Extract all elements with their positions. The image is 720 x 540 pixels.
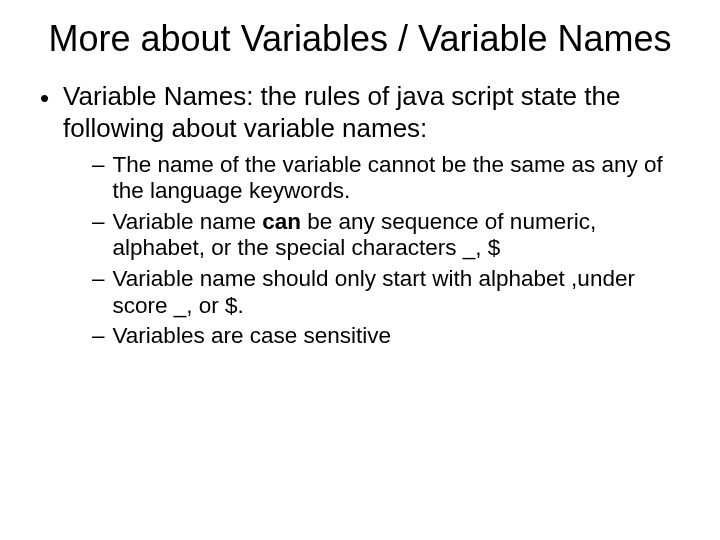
slide: More about Variables / Variable Names • … — [0, 0, 720, 540]
sub-bullet-marker: – — [92, 266, 105, 319]
sub-bullet-item: – Variables are case sensitive — [92, 323, 680, 350]
sub-bullet-text: Variable name should only start with alp… — [113, 266, 680, 319]
sub-bullet-marker: – — [92, 323, 105, 350]
sub-bullet-list: – The name of the variable cannot be the… — [92, 152, 680, 350]
sub-bullet-item: – Variable name can be any sequence of n… — [92, 209, 680, 262]
bullet-level1: • Variable Names: the rules of java scri… — [40, 81, 680, 143]
slide-title: More about Variables / Variable Names — [40, 18, 680, 59]
sub-bullet-text: The name of the variable cannot be the s… — [113, 152, 680, 205]
sub-bullet-item: – Variable name should only start with a… — [92, 266, 680, 319]
bullet-text: Variable Names: the rules of java script… — [63, 81, 680, 143]
sub-bullet-text: Variables are case sensitive — [113, 323, 391, 350]
sub-bullet-marker: – — [92, 209, 105, 262]
sub-bullet-text: Variable name can be any sequence of num… — [113, 209, 680, 262]
sub-bullet-prefix: Variable name — [113, 209, 263, 234]
sub-bullet-marker: – — [92, 152, 105, 205]
bullet-marker: • — [40, 83, 49, 143]
sub-bullet-bold: can — [262, 209, 301, 234]
sub-bullet-item: – The name of the variable cannot be the… — [92, 152, 680, 205]
